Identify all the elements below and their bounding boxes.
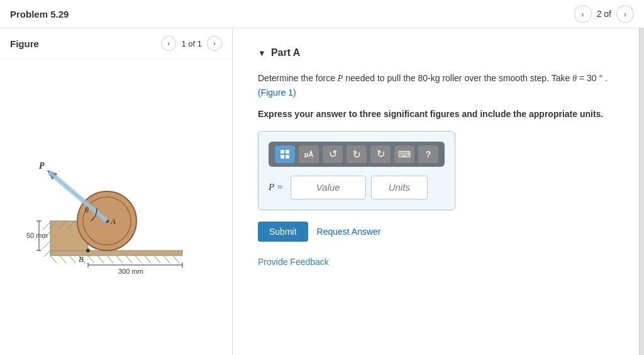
- svg-rect-45: [280, 155, 284, 159]
- value-input[interactable]: [291, 176, 366, 200]
- svg-line-7: [107, 256, 113, 263]
- problem-text: Determine the force P needed to pull the…: [258, 71, 614, 100]
- grid-icon: [280, 149, 290, 159]
- request-answer-button[interactable]: Request Answer: [317, 227, 381, 237]
- redo-button[interactable]: ↺: [347, 145, 367, 163]
- next-problem-button[interactable]: ›: [616, 5, 634, 23]
- units-input[interactable]: [371, 176, 428, 200]
- svg-point-28: [86, 249, 90, 252]
- svg-line-11: [145, 256, 151, 263]
- left-panel: Figure ‹ 1 of 1 ›: [0, 28, 233, 355]
- svg-line-5: [88, 256, 94, 263]
- answer-box: μÅ ↺ ↺ ↻ ⌨ ? P =: [258, 131, 455, 210]
- problem-var-theta: θ: [572, 74, 577, 83]
- svg-line-17: [43, 241, 50, 249]
- svg-line-12: [154, 256, 160, 263]
- svg-text:A: A: [110, 217, 116, 226]
- grid-button[interactable]: [275, 145, 295, 163]
- figure-header: Figure ‹ 1 of 1 ›: [0, 28, 232, 59]
- buttons-row: Submit Request Answer: [258, 222, 614, 242]
- main-layout: Figure ‹ 1 of 1 ›: [0, 28, 644, 355]
- svg-line-16: [44, 251, 50, 257]
- refresh-button[interactable]: ↻: [370, 145, 391, 163]
- collapse-icon[interactable]: ▼: [258, 48, 266, 58]
- help-button[interactable]: ?: [418, 145, 438, 163]
- figure-title: Figure: [10, 38, 39, 49]
- next-figure-button[interactable]: ›: [207, 36, 222, 51]
- problem-text-1: Determine the force: [258, 73, 338, 83]
- mu-label: μÅ: [304, 150, 314, 158]
- figure-nav: ‹ 1 of 1 ›: [161, 36, 222, 51]
- page-indicator: 2 of: [597, 9, 611, 19]
- prev-figure-button[interactable]: ‹: [161, 36, 176, 51]
- prev-problem-button[interactable]: ‹: [574, 5, 592, 23]
- svg-text:P: P: [39, 161, 45, 171]
- svg-rect-0: [50, 251, 182, 256]
- svg-line-9: [126, 256, 132, 263]
- right-panel: ▼ Part A Determine the force P needed to…: [233, 28, 639, 355]
- resize-handle[interactable]: [639, 28, 644, 355]
- svg-line-3: [69, 256, 75, 263]
- svg-rect-43: [280, 150, 284, 154]
- svg-text:B: B: [79, 254, 84, 264]
- page-header: Problem 5.29 ‹ 2 of ›: [0, 0, 644, 28]
- svg-rect-44: [286, 150, 289, 154]
- p-equals-label: P =: [269, 182, 283, 193]
- svg-rect-46: [286, 155, 289, 159]
- provide-feedback-button[interactable]: Provide Feedback: [258, 257, 329, 267]
- problem-text-2: needed to pull the 80-kg roller over the…: [343, 73, 572, 83]
- svg-text:50 mm: 50 mm: [26, 232, 48, 239]
- submit-button[interactable]: Submit: [258, 222, 308, 242]
- input-row: P =: [269, 176, 445, 200]
- problem-title: Problem 5.29: [10, 9, 69, 20]
- header-navigation: ‹ 2 of ›: [574, 5, 634, 23]
- part-header: ▼ Part A: [258, 47, 614, 59]
- svg-line-8: [116, 256, 123, 263]
- figure-svg: A B P θ: [25, 128, 208, 291]
- figure-link[interactable]: (Figure 1): [258, 87, 296, 98]
- svg-line-13: [164, 256, 170, 263]
- svg-line-6: [97, 256, 104, 263]
- svg-line-19: [43, 222, 50, 230]
- part-title: Part A: [271, 47, 301, 59]
- svg-line-10: [135, 256, 142, 263]
- svg-line-14: [173, 256, 179, 263]
- figure-counter: 1 of 1: [181, 39, 202, 48]
- mu-button[interactable]: μÅ: [299, 145, 319, 163]
- answer-instruction: Express your answer to three significant…: [258, 108, 614, 121]
- svg-text:θ: θ: [85, 206, 89, 215]
- svg-line-2: [60, 256, 66, 263]
- svg-text:300 mm: 300 mm: [118, 268, 143, 275]
- undo-button[interactable]: ↺: [323, 145, 343, 163]
- svg-line-1: [50, 256, 57, 263]
- problem-text-3: = 30 ° .: [577, 73, 608, 83]
- toolbar: μÅ ↺ ↺ ↻ ⌨ ?: [269, 142, 445, 167]
- keyboard-button[interactable]: ⌨: [394, 145, 414, 163]
- figure-content: A B P θ: [0, 59, 232, 355]
